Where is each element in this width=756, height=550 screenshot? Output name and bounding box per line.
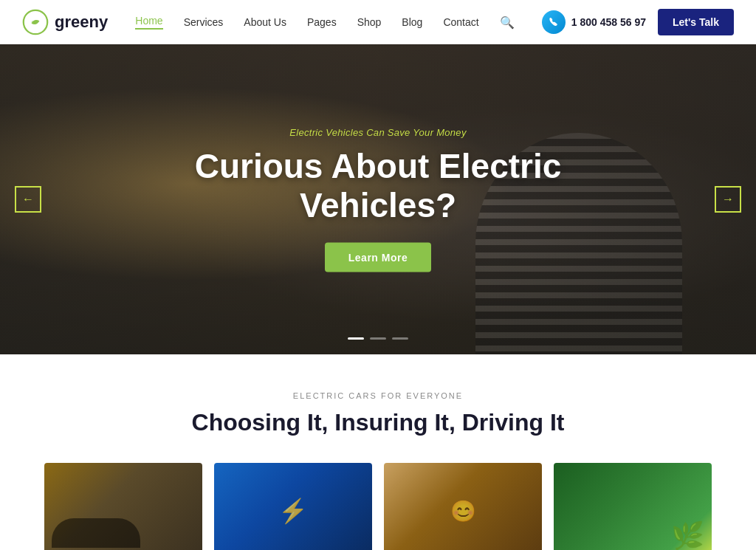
brand-name: greeny — [55, 13, 108, 32]
card-1[interactable] — [44, 463, 202, 550]
hero-dot-3[interactable] — [392, 337, 408, 340]
nav-shop[interactable]: Shop — [357, 16, 382, 28]
card-2[interactable] — [214, 463, 372, 550]
logo-area[interactable]: greeny — [22, 9, 108, 35]
nav-pages[interactable]: Pages — [307, 16, 337, 28]
card-2-inner — [214, 463, 372, 550]
search-icon[interactable]: 🔍 — [500, 16, 515, 30]
card-3[interactable] — [384, 463, 542, 550]
section-heading: Choosing It, Insuring It, Driving It — [44, 409, 712, 436]
hero-section: ← Electric Vehicles Can Save Your Money … — [0, 44, 756, 354]
cards-row — [44, 463, 712, 550]
phone-area: 1 800 458 56 97 — [542, 10, 646, 34]
card-1-inner — [44, 463, 202, 550]
hero-title: Curious About Electric Vehicles? — [193, 147, 563, 225]
hero-subtitle: Electric Vehicles Can Save Your Money — [193, 127, 563, 138]
main-nav: Home Services About Us Pages Shop Blog C… — [135, 15, 514, 30]
hero-dots — [348, 337, 408, 340]
phone-avatar — [542, 10, 566, 34]
header-right: 1 800 458 56 97 Let's Talk — [542, 9, 734, 35]
svg-point-1 — [32, 21, 35, 24]
card-4-inner — [554, 463, 712, 550]
features-section: ELECTRIC CARS FOR EVERYONE Choosing It, … — [0, 354, 756, 550]
card-4[interactable] — [554, 463, 712, 550]
phone-icon — [548, 16, 560, 28]
site-header: greeny Home Services About Us Pages Shop… — [0, 0, 756, 44]
logo-icon — [22, 9, 49, 35]
section-eyebrow: ELECTRIC CARS FOR EVERYONE — [44, 391, 712, 400]
phone-number: 1 800 458 56 97 — [571, 16, 646, 28]
nav-about[interactable]: About Us — [244, 16, 286, 28]
hero-next-button[interactable]: → — [715, 186, 741, 213]
hero-content: Electric Vehicles Can Save Your Money Cu… — [193, 127, 563, 272]
hero-prev-button[interactable]: ← — [15, 186, 41, 213]
nav-contact[interactable]: Contact — [443, 16, 478, 28]
card-3-inner — [384, 463, 542, 550]
hero-dot-1[interactable] — [348, 337, 364, 340]
hero-learn-more-button[interactable]: Learn More — [325, 242, 431, 272]
lets-talk-button[interactable]: Let's Talk — [658, 9, 734, 35]
hero-dot-2[interactable] — [370, 337, 386, 340]
nav-services[interactable]: Services — [184, 16, 224, 28]
nav-blog[interactable]: Blog — [402, 16, 422, 28]
nav-home[interactable]: Home — [135, 15, 162, 30]
